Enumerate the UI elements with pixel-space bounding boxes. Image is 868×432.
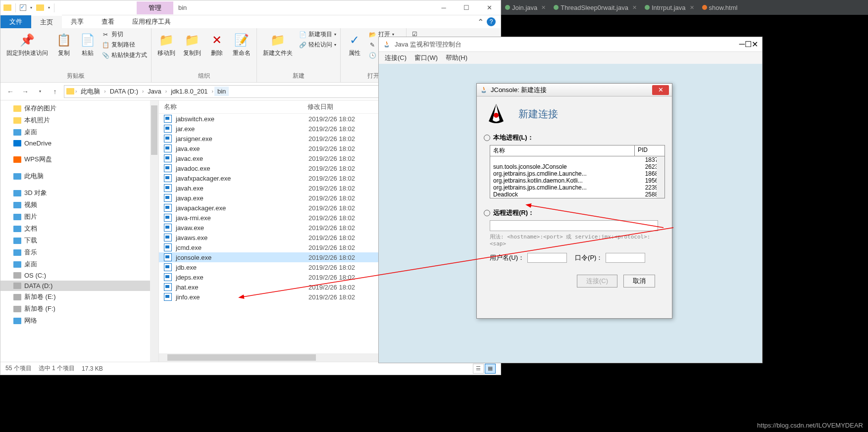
column-name[interactable]: 名称 — [164, 102, 307, 111]
tree-item[interactable]: 视频 — [0, 199, 158, 211]
tree-item-label: 图片 — [24, 212, 37, 221]
paste-button[interactable]: 📄粘贴 — [78, 30, 98, 59]
tree-item[interactable]: OneDrive — [0, 138, 158, 148]
exe-icon — [164, 263, 172, 271]
forward-button[interactable]: → — [19, 86, 31, 97]
share-tab[interactable]: 共享 — [62, 15, 93, 28]
folder-icon — [13, 117, 21, 124]
tree-item[interactable]: DATA (D:) — [0, 281, 158, 291]
tree-item[interactable]: 保存的图片 — [0, 102, 158, 114]
checkbox-icon[interactable] — [20, 4, 26, 11]
process-row[interactable]: org.jetbrains.jps.cmdline.Launche...2239… — [490, 184, 664, 191]
copypath-button[interactable]: 📋复制路径 — [102, 41, 147, 49]
tree-item[interactable]: 桌面 — [0, 258, 158, 270]
icons-view-button[interactable]: ▦ — [485, 364, 496, 374]
minimize-button[interactable]: ─ — [739, 40, 745, 49]
close-icon[interactable]: ✕ — [632, 4, 637, 11]
vertical-scrollbar[interactable] — [657, 156, 664, 198]
view-tab[interactable]: 查看 — [93, 15, 123, 28]
tree-item[interactable]: OS (C:) — [0, 270, 158, 281]
close-button[interactable]: ✕ — [478, 0, 501, 15]
process-row[interactable]: Deadlock25884 — [490, 191, 664, 198]
column-pid[interactable]: PID — [635, 145, 664, 156]
exe-icon — [164, 174, 172, 182]
delete-button[interactable]: ✕删除 — [207, 30, 227, 59]
up-button[interactable]: ↑ — [49, 86, 61, 97]
tree-item[interactable]: 图片 — [0, 211, 158, 223]
desktop-icon — [13, 129, 21, 136]
tree-item[interactable]: 新加卷 (F:) — [0, 303, 158, 315]
menu-window[interactable]: 窗口(W) — [411, 52, 441, 63]
tree-item-label: 下载 — [24, 236, 37, 245]
easyaccess-button[interactable]: 🔗轻松访问▾ — [299, 41, 336, 49]
back-button[interactable]: ← — [4, 86, 16, 97]
tree-item-label: 文档 — [24, 224, 37, 233]
menu-help[interactable]: 帮助(H) — [443, 52, 470, 63]
pin-button[interactable]: 📌固定到快速访问 — [4, 30, 50, 59]
cancel-button[interactable]: 取消 — [623, 275, 655, 288]
apptools-tab[interactable]: 应用程序工具 — [123, 15, 180, 28]
tree-item[interactable]: 网络 — [0, 315, 158, 327]
remote-address-input[interactable] — [490, 220, 658, 231]
vertical-scrollbar[interactable] — [150, 100, 158, 362]
newitem-button[interactable]: 📄新建项目▾ — [299, 30, 336, 39]
details-view-button[interactable]: ☰ — [473, 364, 484, 374]
ide-tab[interactable]: Intrrput.java✕ — [641, 0, 698, 15]
close-button[interactable]: ✕ — [752, 40, 758, 49]
minimize-button[interactable]: ─ — [432, 0, 455, 15]
tree-item[interactable]: 下载 — [0, 235, 158, 246]
ide-tab[interactable]: ThreadSleep0rwait.java✕ — [550, 0, 641, 15]
close-button[interactable]: ✕ — [652, 85, 669, 95]
recent-button[interactable]: ▾ — [34, 86, 46, 97]
process-row[interactable]: sun.tools.jconsole.JConsole26232 — [490, 163, 664, 170]
connect-button[interactable]: 连接(C) — [577, 275, 617, 288]
tree-item[interactable]: 3D 对象 — [0, 187, 158, 199]
chevron-down-icon[interactable]: ▾ — [30, 5, 32, 10]
moveto-button[interactable]: 📁移动到 — [155, 30, 177, 59]
close-icon[interactable]: ✕ — [541, 4, 546, 11]
remote-process-radio[interactable]: 远程进程(R)： — [484, 208, 665, 217]
tree-item[interactable]: 新加卷 (E:) — [0, 291, 158, 303]
menu-connect[interactable]: 连接(C) — [382, 52, 409, 63]
file-name: javaws.exe — [176, 234, 305, 241]
ide-tab[interactable]: show.html — [698, 0, 742, 15]
process-row[interactable]: org.jetbrains.jps.cmdline.Launche...1868… — [490, 170, 664, 177]
username-input[interactable] — [527, 253, 567, 263]
copy-button[interactable]: 📋复制 — [54, 30, 74, 59]
3d-icon — [13, 190, 21, 196]
process-row[interactable]: org.jetbrains.kotlin.daemon.Kotli...1956… — [490, 177, 664, 184]
exe-icon — [164, 135, 172, 143]
ide-tab[interactable]: Join.java✕ — [501, 0, 550, 15]
home-tab[interactable]: 主页 — [31, 15, 62, 29]
tree-item[interactable]: 音乐 — [0, 246, 158, 258]
local-process-radio[interactable]: 本地进程(L)： — [484, 133, 665, 142]
process-name: Deadlock — [490, 191, 635, 198]
manage-tab[interactable]: 管理 — [137, 1, 173, 14]
maximize-button[interactable]: ☐ — [455, 0, 478, 15]
help-icon[interactable]: ? — [487, 17, 496, 26]
process-row[interactable]: 18376 — [490, 156, 664, 163]
column-name[interactable]: 名称 — [490, 145, 635, 156]
file-name: jcmd.exe — [176, 244, 305, 251]
cut-button[interactable]: ✂剪切 — [102, 30, 147, 39]
rename-button[interactable]: 📝重命名 — [231, 30, 253, 59]
tree-item[interactable]: 本机照片 — [0, 114, 158, 126]
copyto-button[interactable]: 📁复制到 — [181, 30, 203, 59]
tree-sidebar: 保存的图片本机照片桌面OneDriveWPS网盘此电脑3D 对象视频图片文档下载… — [0, 100, 159, 362]
pasteshortcut-button[interactable]: 📎粘贴快捷方式 — [102, 51, 147, 59]
tree-item[interactable]: 此电脑 — [0, 170, 158, 182]
newfolder-button[interactable]: 📁新建文件夹 — [261, 30, 295, 59]
jconsole-new-connection-dialog: JConsole: 新建连接 ✕ 新建连接 本地进程(L)： 名称 PID 18… — [476, 83, 672, 319]
maximize-button[interactable]: ☐ — [745, 40, 752, 49]
properties-button[interactable]: ✓属性 — [345, 30, 364, 59]
tree-item-label: OneDrive — [24, 140, 51, 147]
close-icon[interactable]: ✕ — [690, 4, 694, 11]
tree-item[interactable]: 文档 — [0, 223, 158, 235]
password-input[interactable] — [606, 253, 645, 263]
tree-item[interactable]: 桌面 — [0, 126, 158, 138]
file-tab[interactable]: 文件 — [0, 15, 31, 28]
exe-icon — [164, 273, 172, 281]
chevron-up-icon[interactable]: ⌃ — [477, 17, 484, 27]
tree-item[interactable]: WPS网盘 — [0, 153, 158, 165]
password-label: 口令(P)： — [575, 253, 603, 262]
